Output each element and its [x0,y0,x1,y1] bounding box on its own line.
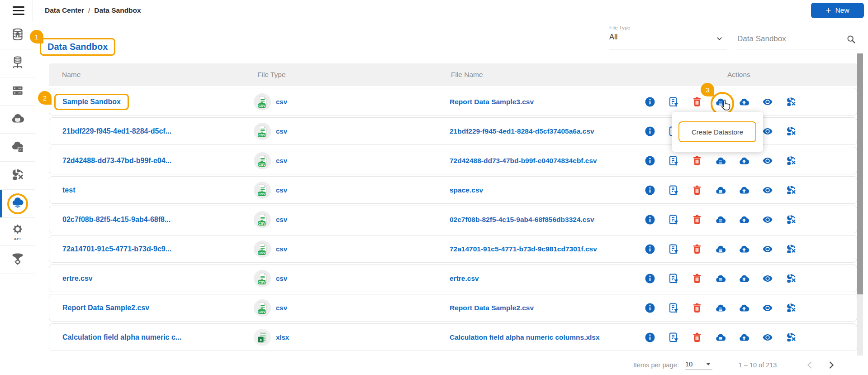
breadcrumb-root[interactable]: Data Center [45,6,84,14]
new-button[interactable]: + New [811,3,864,18]
hamburger-menu-icon[interactable] [13,6,24,15]
create-datastore-icon[interactable] [715,303,726,313]
data-sync-icon[interactable] [786,244,797,255]
sidebar-item-cloud-database[interactable] [0,106,35,134]
data-sync-icon[interactable] [786,273,797,284]
file-name-link[interactable]: 21bdf229-f945-4ed1-8284-d5cf37405a6a.csv [450,127,594,135]
info-icon[interactable] [645,96,655,107]
file-name-link[interactable]: Calculation field alpha numeric columns.… [450,333,600,341]
preview-icon[interactable] [762,96,773,107]
create-datastore-icon[interactable] [715,332,726,343]
upload-icon[interactable] [739,155,749,166]
delete-icon[interactable] [692,185,702,196]
sidebar-item-server-rack[interactable] [0,77,35,106]
copy-rules-icon[interactable] [668,185,679,196]
info-icon[interactable] [645,303,655,313]
copy-rules-icon[interactable] [668,303,679,313]
sandbox-name-link[interactable]: 72a14701-91c5-4771-b73d-9c9... [62,245,171,253]
sandbox-name-link[interactable]: 02c7f08b-82f5-4c15-9ab4-68f8... [62,216,171,223]
previous-page-button[interactable] [805,360,815,370]
file-name-link[interactable]: 02c7f08b-82f5-4c15-9ab4-68f856db3324.csv [450,216,594,223]
create-datastore-icon[interactable] [715,155,726,166]
sidebar-item-api-gear[interactable]: API [0,218,35,246]
upload-icon[interactable] [739,332,749,343]
file-type-select[interactable]: File Type All [609,25,727,49]
file-type-value: csv [276,274,287,282]
info-icon[interactable] [645,244,655,255]
delete-icon[interactable] [692,96,702,107]
info-icon[interactable] [645,214,655,225]
delete-icon[interactable] [692,214,702,225]
delete-icon[interactable] [692,273,702,284]
data-sync-icon[interactable] [786,332,797,343]
file-name-link[interactable]: 72a14701-91c5-4771-b73d-9c981cd7301f.csv [450,245,597,253]
data-sync-icon[interactable] [786,96,797,107]
file-name-cell: 02c7f08b-82f5-4c15-9ab4-68f856db3324.csv [446,216,640,224]
items-per-page-select[interactable]: 10 [685,360,712,370]
scrollbar-track[interactable] [857,53,863,356]
data-sync-icon[interactable] [786,185,797,196]
info-icon[interactable] [645,155,655,166]
upload-icon[interactable] [739,96,749,107]
search-icon[interactable] [846,34,856,44]
sandbox-name-link[interactable]: Calculation field alpha numeric c... [62,333,181,341]
create-datastore-icon[interactable] [715,185,726,196]
preview-icon[interactable] [762,332,773,343]
sidebar-item-cloud-database-code[interactable]: </> [0,134,35,162]
file-name-link[interactable]: space.csv [450,186,483,194]
delete-icon[interactable] [692,332,702,343]
info-icon[interactable] [645,126,655,137]
info-icon[interactable] [645,273,655,284]
upload-icon[interactable] [739,303,749,313]
upload-icon[interactable] [739,273,749,284]
file-name-link[interactable]: 72d42488-dd73-47bd-b99f-e04074834cbf.csv [450,157,597,164]
sidebar-item-data-transform[interactable] [0,162,35,190]
upload-icon[interactable] [739,244,749,255]
file-name-link[interactable]: ertre.csv [450,274,479,282]
data-sync-icon[interactable] [786,126,797,137]
preview-icon[interactable] [762,273,773,284]
next-page-button[interactable] [826,360,836,370]
copy-rules-icon[interactable] [668,214,679,225]
copy-rules-icon[interactable] [668,96,679,107]
sandbox-name-link[interactable]: 21bdf229-f945-4ed1-8284-d5cf... [62,127,171,135]
file-name-link[interactable]: Report Data Sample3.csv [450,98,534,106]
sidebar-item-database-network[interactable] [0,49,35,77]
sidebar-item-api-label: API [14,237,21,241]
search-input[interactable] [736,34,840,44]
sandbox-name-link[interactable]: Sample Sandbox [54,94,129,110]
create-datastore-icon[interactable] [715,214,726,225]
preview-icon[interactable] [762,214,773,225]
copy-rules-icon[interactable] [668,332,679,343]
file-type-cell: xxlsx [254,329,446,346]
sandbox-name-link[interactable]: 72d42488-dd73-47bd-b99f-e04... [62,157,171,164]
data-sync-icon[interactable] [786,303,797,313]
sandbox-name-link[interactable]: ertre.csv [62,274,93,282]
copy-rules-icon[interactable] [668,273,679,284]
sandbox-name-link[interactable]: test [62,186,75,194]
copy-rules-icon[interactable] [668,155,679,166]
preview-icon[interactable] [762,126,773,137]
file-name-cell: Report Data Sample2.csv [446,304,640,312]
info-icon[interactable] [645,185,655,196]
delete-icon[interactable] [692,303,702,313]
sidebar-item-data-sandbox-cloud[interactable] [0,190,35,218]
preview-icon[interactable] [762,303,773,313]
data-sync-icon[interactable] [786,155,797,166]
scrollbar-thumb[interactable] [857,53,863,294]
preview-icon[interactable] [762,185,773,196]
sandbox-name-link[interactable]: Report Data Sample2.csv [62,304,149,312]
copy-rules-icon[interactable] [668,244,679,255]
info-icon[interactable] [645,332,655,343]
create-datastore-icon[interactable] [715,273,726,284]
delete-icon[interactable] [692,244,702,255]
file-name-link[interactable]: Report Data Sample2.csv [450,304,534,312]
preview-icon[interactable] [762,155,773,166]
preview-icon[interactable] [762,244,773,255]
delete-icon[interactable] [692,155,702,166]
sidebar-item-pipeline-funnel[interactable] [0,246,35,274]
data-sync-icon[interactable] [786,214,797,225]
create-datastore-icon[interactable] [715,244,726,255]
upload-icon[interactable] [739,214,749,225]
upload-icon[interactable] [739,185,749,196]
